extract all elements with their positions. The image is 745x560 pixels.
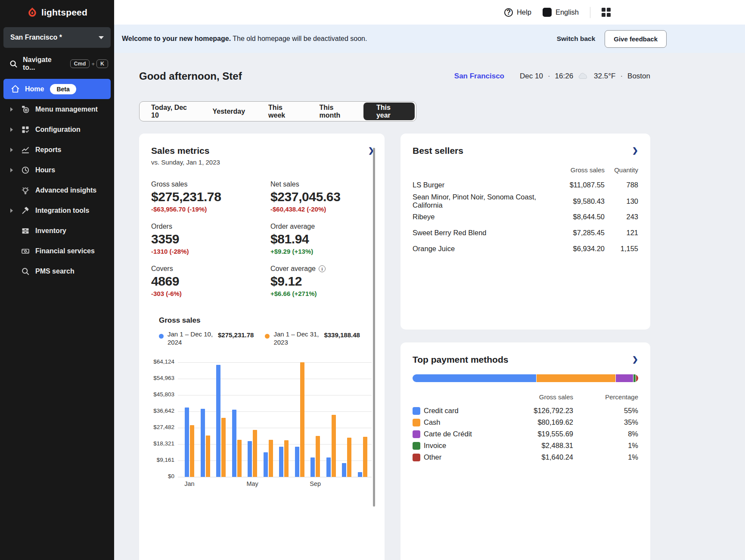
payment-segment-other[interactable] <box>636 374 638 382</box>
expand-caret-icon <box>10 168 16 172</box>
lightspeed-flame-icon <box>27 7 38 18</box>
payment-segment-cash[interactable] <box>537 374 615 382</box>
best-sellers-chevron-icon[interactable]: ❯ <box>632 146 638 154</box>
navigate-search[interactable]: Navigate to... Cmd + K <box>0 54 114 74</box>
info-icon[interactable]: i <box>319 265 326 272</box>
bar-group-jul <box>277 362 290 477</box>
metric-order-average: Order average $81.94 +$9.29 (+13%) <box>270 223 374 255</box>
bar-jun[interactable] <box>269 440 273 477</box>
best-seller-row: Sweet Berry Red Blend$7,285.45121 <box>413 225 638 241</box>
gridline <box>178 477 372 477</box>
language-label: English <box>556 8 579 16</box>
tab-this-week[interactable]: This week <box>257 102 307 121</box>
tab-this-month[interactable]: This month <box>307 102 362 121</box>
cash-swatch <box>413 419 420 426</box>
bar-apr[interactable] <box>232 410 236 477</box>
bar-aug[interactable] <box>295 447 299 477</box>
sidebar-item-label: Home <box>25 85 44 93</box>
bar-groups: JanMaySep <box>183 362 369 477</box>
bar-group-jun <box>262 362 275 477</box>
bar-group-may: May <box>246 362 259 477</box>
sidebar-item-menu-management[interactable]: Menu management <box>0 99 114 119</box>
bar-dec[interactable] <box>358 472 362 477</box>
bar-nov[interactable] <box>347 438 351 477</box>
bar-nov[interactable] <box>342 463 346 477</box>
bar-oct[interactable] <box>332 415 336 477</box>
help-icon: ? <box>504 8 513 17</box>
k-key: K <box>96 59 108 68</box>
topbar: ? Help A English <box>114 0 745 25</box>
app-launcher-icon[interactable] <box>602 8 611 17</box>
give-feedback-button[interactable]: Give feedback <box>605 30 667 48</box>
sidebar-item-pms-search[interactable]: PMS search <box>0 261 114 281</box>
new-homepage-banner: Welcome to your new homepage. The old ho… <box>114 25 745 53</box>
help-button[interactable]: ? Help <box>504 8 531 17</box>
navigate-search-placeholder: Navigate to... <box>23 56 65 72</box>
tab-today[interactable]: Today, Dec 10 <box>140 102 201 121</box>
metric-orders: Orders 3359 -1310 (-28%) <box>151 223 270 255</box>
payment-segment-carte-de-cr-dit[interactable] <box>616 374 634 382</box>
bar-may[interactable] <box>248 441 252 477</box>
sidebar-item-reports[interactable]: Reports <box>0 140 114 160</box>
bar-mar[interactable] <box>216 365 220 477</box>
best-sellers-header: Gross sales Quantity <box>413 166 638 174</box>
payment-segment-credit-card[interactable] <box>413 374 537 382</box>
sidebar-item-inventory[interactable]: Inventory <box>0 221 114 241</box>
bar-mar[interactable] <box>221 418 226 477</box>
bar-aug[interactable] <box>300 362 304 477</box>
best-seller-row: Sean Minor, Pinot Noir, Sonoma Coast, Ca… <box>413 193 638 209</box>
sidebar-item-hours[interactable]: Hours <box>0 160 114 180</box>
payment-methods-chevron-icon[interactable]: ❯ <box>632 355 638 363</box>
payment-method-row: Carte de Crédit$19,555.698% <box>413 428 638 440</box>
bar-group-feb <box>199 362 212 477</box>
tab-this-year[interactable]: This year <box>363 103 415 120</box>
x-axis-label: May <box>246 480 258 487</box>
menu-management-icon <box>21 105 30 114</box>
sales-metrics-title: Sales metrics <box>151 146 220 156</box>
bar-oct[interactable] <box>326 457 331 477</box>
tab-yesterday[interactable]: Yesterday <box>201 102 257 121</box>
expand-caret-icon <box>10 148 16 152</box>
bar-jan[interactable] <box>185 408 189 477</box>
chevron-down-icon <box>99 36 104 39</box>
y-axis-tick: $9,161 <box>151 457 174 463</box>
sidebar-item-financial-services[interactable]: Financial services <box>0 241 114 261</box>
bar-feb[interactable] <box>201 409 205 477</box>
bar-sep[interactable] <box>310 457 315 477</box>
location-selector[interactable]: San Francisco * <box>3 27 111 48</box>
other-swatch <box>413 454 420 461</box>
invoice-swatch <box>413 442 420 450</box>
integration-tools-icon <box>21 206 30 215</box>
payment-method-row: Cash$80,169.6235% <box>413 417 638 428</box>
bar-group-jan: Jan <box>183 362 196 477</box>
search-icon <box>9 60 18 68</box>
bar-feb[interactable] <box>206 436 210 477</box>
reports-icon <box>21 146 30 154</box>
location-link[interactable]: San Francisco <box>454 72 504 81</box>
sidebar-item-integration-tools[interactable]: Integration tools <box>0 200 114 221</box>
bar-jul[interactable] <box>284 440 289 477</box>
bar-jun[interactable] <box>264 452 268 477</box>
bar-jan[interactable] <box>190 425 194 477</box>
best-seller-row: Orange Juice$6,934.201,155 <box>413 241 638 257</box>
best-seller-row: Ribeye$8,644.50243 <box>413 209 638 225</box>
gross-sales-bar-chart: $64,124$54,963$45,803$36,642$27,482$18,3… <box>151 362 374 492</box>
banner-message: Welcome to your new homepage. The old ho… <box>122 35 557 43</box>
sidebar-item-home[interactable]: Home Beta <box>3 79 111 99</box>
switch-back-button[interactable]: Switch back <box>557 35 596 43</box>
bar-group-sep: Sep <box>309 362 322 477</box>
location-selector-label: San Francisco * <box>10 34 62 41</box>
sidebar-item-configuration[interactable]: Configuration <box>0 119 114 140</box>
bar-apr[interactable] <box>237 440 242 477</box>
sidebar-item-advanced-insights[interactable]: Advanced insights <box>0 180 114 200</box>
gross-sales-chart-title: Gross sales <box>159 316 374 325</box>
bar-jul[interactable] <box>279 447 283 477</box>
language-selector[interactable]: A English <box>543 8 579 17</box>
bar-dec[interactable] <box>363 437 367 477</box>
topbar-divider <box>590 7 590 18</box>
cmd-key: Cmd <box>70 59 90 68</box>
bar-sep[interactable] <box>316 436 320 477</box>
legend-entry-2023: Jan 1 – Dec 31, 2023 $339,188.48 <box>265 330 360 347</box>
metric-cover-average: Cover averagei $9.12 +$6.66 (+271%) <box>270 265 374 297</box>
bar-may[interactable] <box>253 430 257 477</box>
